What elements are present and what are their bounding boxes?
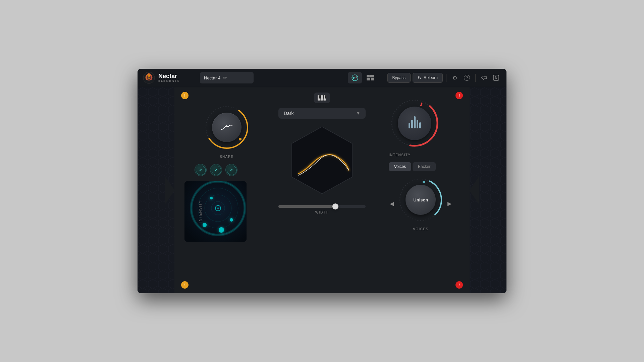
- slider-fill: [278, 205, 335, 208]
- center-panel: Dark ▼: [269, 87, 375, 293]
- mix-pad[interactable]: Intensity Mix: [184, 181, 247, 242]
- right-deco: [470, 87, 506, 293]
- tab-eq[interactable]: [348, 72, 362, 83]
- hex-viz-svg[interactable]: [282, 123, 362, 200]
- voices-toggle: Voices Backer: [389, 162, 460, 171]
- preset-area[interactable]: Nectar 4 ✏: [200, 72, 254, 83]
- width-label: WIDTH: [315, 210, 329, 214]
- svg-rect-5: [370, 75, 374, 77]
- piano-button[interactable]: [314, 93, 330, 103]
- svg-point-14: [239, 138, 241, 140]
- tab-modules[interactable]: [363, 72, 377, 83]
- bypass-button[interactable]: Bypass: [387, 73, 411, 83]
- intensity-knob-container: INTENSITY: [389, 97, 460, 157]
- right-panel: !: [375, 87, 470, 293]
- small-knob-3[interactable]: [225, 164, 237, 176]
- help-button[interactable]: ?: [462, 73, 472, 83]
- top-indicator-right[interactable]: !: [455, 92, 463, 99]
- svg-rect-7: [371, 78, 374, 80]
- nectar-logo: [143, 72, 155, 84]
- svg-rect-27: [323, 95, 324, 99]
- svg-point-18: [227, 166, 236, 175]
- mix-intensity-label: Intensity: [198, 200, 202, 223]
- relearn-icon: ↻: [418, 75, 422, 80]
- svg-text:N: N: [495, 76, 497, 80]
- arrow-right-deco: [165, 177, 174, 204]
- relearn-label: Relearn: [424, 75, 438, 80]
- backer-button[interactable]: Backer: [413, 162, 436, 171]
- svg-rect-28: [325, 95, 326, 99]
- dropdown-arrow: ▼: [356, 111, 360, 116]
- small-knob-1-ring: [195, 164, 207, 176]
- header-divider2: [475, 74, 476, 82]
- header-tabs: [348, 72, 377, 83]
- svg-rect-6: [367, 78, 370, 80]
- svg-rect-32: [420, 102, 423, 107]
- slider-thumb[interactable]: [332, 203, 338, 209]
- left-panel: !: [174, 87, 269, 293]
- small-knob-1[interactable]: [195, 164, 207, 176]
- voices-value: Unison: [413, 197, 428, 202]
- header: Nectar ELEMENTS Nectar 4 ✏: [138, 69, 506, 87]
- plugin-window: Nectar ELEMENTS Nectar 4 ✏: [138, 69, 506, 293]
- voices-knob[interactable]: Unison: [406, 185, 436, 215]
- width-slider[interactable]: [278, 205, 366, 208]
- voices-knob-wrap: Unison: [397, 176, 444, 223]
- voices-next-button[interactable]: ▶: [447, 200, 451, 207]
- bars-icon: [409, 118, 421, 128]
- izone-button[interactable]: N: [491, 73, 501, 83]
- voices-knob-container: Unison VOICES: [397, 176, 444, 231]
- hex-viz: [282, 123, 362, 200]
- shape-knob-container: SHAPE: [191, 104, 262, 159]
- svg-point-3: [356, 76, 357, 78]
- shape-label: SHAPE: [220, 155, 233, 159]
- intensity-knob[interactable]: [398, 107, 431, 140]
- modules-icon: [367, 75, 374, 80]
- shape-knob-wrap: [203, 104, 250, 151]
- arrow-left-deco: [470, 177, 479, 204]
- header-divider: [446, 74, 446, 82]
- style-value: Dark: [284, 111, 294, 116]
- mix-canvas: [184, 181, 247, 242]
- settings-icon: ⚙: [452, 75, 457, 81]
- controls-row: [191, 164, 262, 176]
- svg-point-16: [196, 166, 206, 175]
- svg-rect-26: [320, 95, 321, 99]
- style-dropdown[interactable]: Dark ▼: [278, 108, 366, 119]
- svg-point-2: [353, 77, 355, 79]
- svg-rect-4: [367, 75, 370, 77]
- bottom-indicator-right[interactable]: !: [455, 281, 463, 289]
- help-icon: ?: [464, 75, 470, 81]
- back-icon: [481, 75, 487, 80]
- svg-marker-29: [292, 127, 352, 194]
- width-section: WIDTH: [278, 205, 366, 214]
- main-content: !: [138, 87, 506, 293]
- logo-area: Nectar ELEMENTS: [143, 72, 197, 84]
- preset-name: Nectar 4: [204, 75, 220, 80]
- header-controls: Bypass ↻ Relearn ⚙ ? N: [387, 73, 501, 83]
- top-indicator-left[interactable]: !: [181, 92, 189, 99]
- intensity-label: INTENSITY: [389, 153, 411, 157]
- voices-nav: ◀ Unison VOICES: [382, 176, 460, 231]
- shape-knob[interactable]: [212, 113, 241, 142]
- voices-prev-button[interactable]: ◀: [390, 200, 394, 207]
- small-knob-2-ring: [210, 164, 222, 176]
- eq-icon: [351, 74, 359, 81]
- izone-icon: N: [493, 74, 499, 81]
- brand-name: Nectar ELEMENTS: [158, 73, 180, 82]
- svg-point-17: [212, 166, 221, 175]
- settings-button[interactable]: ⚙: [450, 73, 460, 83]
- back-button[interactable]: [479, 73, 489, 83]
- voices-label: VOICES: [413, 227, 429, 231]
- brand-sub: ELEMENTS: [158, 79, 180, 82]
- svg-point-35: [423, 181, 425, 183]
- voices-button[interactable]: Voices: [389, 162, 411, 171]
- svg-rect-25: [319, 95, 320, 99]
- left-deco: [138, 87, 174, 293]
- relearn-button[interactable]: ↻ Relearn: [413, 73, 443, 83]
- bottom-indicator-left[interactable]: !: [181, 281, 189, 289]
- shape-icon: [219, 120, 234, 135]
- edit-icon[interactable]: ✏: [223, 75, 227, 80]
- small-knob-3-ring: [226, 164, 238, 176]
- small-knob-2[interactable]: [210, 164, 222, 176]
